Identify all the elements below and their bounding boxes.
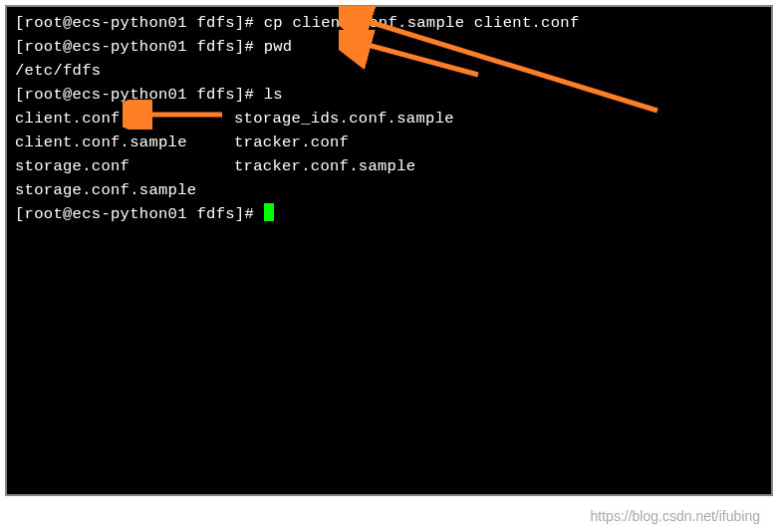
terminal-window[interactable]: [root@ecs-python01 fdfs]# cp client.conf… (5, 5, 773, 496)
shell-prompt: [root@ecs-python01 fdfs]# (15, 86, 264, 104)
shell-prompt: [root@ecs-python01 fdfs]# (15, 14, 264, 32)
pwd-output: /etc/fdfs (15, 59, 763, 83)
shell-prompt: [root@ecs-python01 fdfs]# (15, 205, 264, 223)
ls-row: storage.conftracker.conf.sample (15, 154, 763, 178)
terminal-line: [root@ecs-python01 fdfs]# pwd (15, 35, 763, 59)
file-entry: client.conf.sample (15, 133, 187, 151)
command-cp: cp client.conf.sample client.conf (264, 14, 580, 32)
file-entry: storage.conf.sample (15, 181, 196, 199)
ls-row: client.conf.sampletracker.conf (15, 131, 763, 154)
file-entry: tracker.conf.sample (234, 154, 415, 178)
command-ls: ls (264, 86, 283, 104)
cursor-block (264, 203, 274, 221)
terminal-line: [root@ecs-python01 fdfs]# ls (15, 83, 763, 107)
watermark-text: https://blog.csdn.net/ifubing (591, 508, 760, 524)
ls-row: storage.conf.sample (15, 178, 763, 202)
file-entry: storage_ids.conf.sample (234, 107, 454, 131)
shell-prompt: [root@ecs-python01 fdfs]# (15, 38, 264, 56)
terminal-line: [root@ecs-python01 fdfs]# (15, 202, 763, 226)
file-entry: tracker.conf (234, 131, 349, 154)
file-entry: storage.conf (15, 157, 130, 175)
file-entry: client.conf (15, 110, 121, 128)
command-pwd: pwd (264, 38, 293, 56)
terminal-line: [root@ecs-python01 fdfs]# cp client.conf… (15, 11, 763, 35)
ls-row: client.confstorage_ids.conf.sample (15, 107, 763, 131)
